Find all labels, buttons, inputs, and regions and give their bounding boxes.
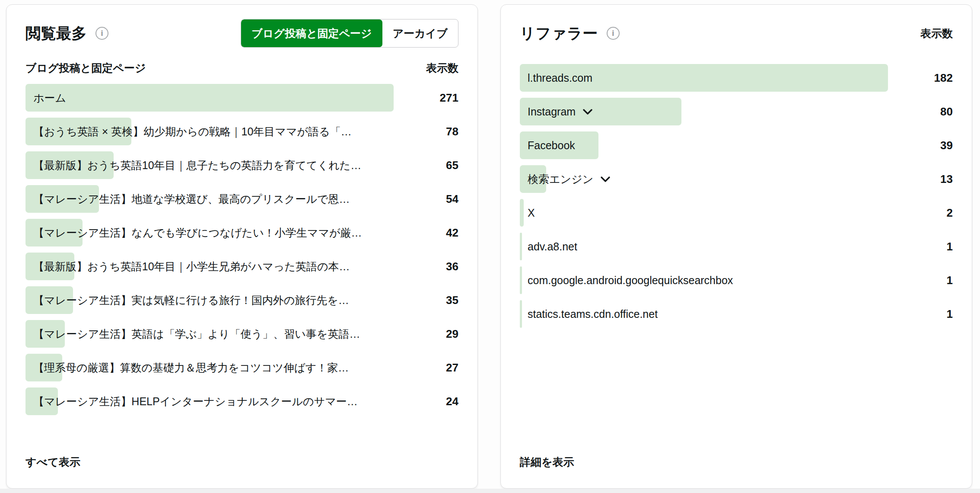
list-item-value: 39 [940, 139, 953, 152]
list-item-label: X [528, 207, 535, 219]
views-column-label: 表示数 [920, 26, 953, 41]
list-item-value: 271 [440, 91, 458, 105]
list-item-label: 【最新版】おうち英語10年目｜小学生兄弟がハマった英語の本… [33, 259, 350, 274]
list-item-label: ホーム [33, 91, 66, 105]
list-item[interactable]: 【マレーシア生活】HELPインターナショナルスクールのサマー… 24 [25, 384, 458, 418]
list-title: ブログ投稿と固定ページ [25, 61, 146, 75]
list-item-value: 1 [947, 240, 953, 253]
list-item-value: 24 [446, 395, 458, 408]
top-posts-list: ホーム 271 【おうち英語 × 英検】幼少期からの戦略｜10年目ママが語る「…… [25, 81, 458, 418]
list-item-value: 54 [446, 192, 458, 206]
list-item[interactable]: com.google.android.googlequicksearchbox … [520, 263, 953, 297]
list-item-label: l.threads.com [528, 72, 592, 84]
referrers-card: リファラー i 表示数 l.threads.com 182 Instagram … [500, 4, 972, 489]
list-item-value: 80 [940, 105, 953, 118]
views-bar [520, 233, 522, 260]
list-item-label: Instagram [528, 106, 576, 118]
list-item-value: 13 [940, 173, 953, 186]
list-item-label: 検索エンジン [528, 172, 593, 186]
info-icon[interactable]: i [607, 27, 620, 40]
list-item-value: 35 [446, 294, 458, 307]
list-item[interactable]: 【最新版】おうち英語10年目｜小学生兄弟がハマった英語の本… 36 [25, 250, 458, 283]
list-item[interactable]: adv.a8.net 1 [520, 230, 953, 263]
toggle-archive-button[interactable]: アーカイブ [382, 19, 458, 47]
list-item[interactable]: 【おうち英語 × 英検】幼少期からの戦略｜10年目ママが語る「… 78 [25, 115, 458, 148]
list-item-label: 【マレーシア生活】HELPインターナショナルスクールのサマー… [33, 394, 358, 409]
list-item-value: 2 [947, 206, 953, 220]
list-item-label: 【最新版】おうち英語10年目｜息子たちの英語力を育ててくれた… [33, 158, 361, 173]
list-item-value: 27 [446, 361, 458, 375]
list-item[interactable]: statics.teams.cdn.office.net 1 [520, 297, 953, 331]
top-posts-header: 閲覧最多 i ブログ投稿と固定ページ アーカイブ [25, 16, 458, 51]
title-group: 閲覧最多 i [25, 23, 108, 44]
list-item-value: 182 [934, 71, 953, 85]
list-item[interactable]: 【マレーシア生活】実は気軽に行ける旅行！国内外の旅行先を… 35 [25, 283, 458, 317]
list-item-value: 42 [446, 226, 458, 240]
view-details-link[interactable]: 詳細を表示 [520, 455, 574, 469]
toggle-posts-pages-button[interactable]: ブログ投稿と固定ページ [241, 19, 382, 47]
list-item[interactable]: ホーム 271 [25, 81, 458, 115]
list-item-label: 【理系母の厳選】算数の基礎力＆思考力をコツコツ伸ばす！家… [33, 361, 349, 375]
list-item-label: Facebook [528, 139, 575, 152]
list-item[interactable]: 検索エンジン 13 [520, 162, 953, 196]
list-item-value: 1 [947, 274, 953, 287]
list-subheader: ブログ投稿と固定ページ 表示数 [25, 60, 458, 76]
list-item-label: statics.teams.cdn.office.net [528, 308, 658, 320]
list-item-label: 【マレーシア生活】地道な学校選び、最高のプリスクールで恩… [33, 192, 350, 206]
list-item-label: 【マレーシア生活】なんでも学びにつなげたい！小学生ママが厳… [33, 226, 362, 240]
referrers-title: リファラー [520, 23, 598, 44]
page-bottom-strip [0, 489, 980, 493]
top-posts-title: 閲覧最多 [25, 23, 87, 44]
stats-insights-page: 閲覧最多 i ブログ投稿と固定ページ アーカイブ ブログ投稿と固定ページ 表示数… [6, 4, 972, 489]
list-item[interactable]: 【マレーシア生活】地道な学校選び、最高のプリスクールで恩… 54 [25, 182, 458, 216]
views-bar [520, 199, 524, 227]
list-item[interactable]: Instagram 80 [520, 95, 953, 128]
list-item[interactable]: 【マレーシア生活】英語は「学ぶ」より「使う」、習い事を英語… 29 [25, 317, 458, 351]
list-item-label: 【マレーシア生活】実は気軽に行ける旅行！国内外の旅行先を… [33, 293, 349, 307]
list-item-label: com.google.android.googlequicksearchbox [528, 274, 733, 287]
list-item-value: 1 [947, 307, 953, 321]
views-bar [25, 84, 394, 112]
list-item[interactable]: 【マレーシア生活】なんでも学びにつなげたい！小学生ママが厳… 42 [25, 216, 458, 250]
views-bar [520, 266, 522, 294]
list-item-value: 36 [446, 260, 458, 273]
views-column-label: 表示数 [426, 61, 458, 75]
list-item-label: 【マレーシア生活】英語は「学ぶ」より「使う」、習い事を英語… [33, 327, 360, 341]
chevron-down-icon[interactable] [582, 109, 593, 115]
content-type-toggle: ブログ投稿と固定ページ アーカイブ [241, 19, 458, 48]
list-item-value: 78 [446, 125, 458, 138]
list-item[interactable]: X 2 [520, 196, 953, 230]
list-item[interactable]: l.threads.com 182 [520, 61, 953, 95]
list-item-label: adv.a8.net [528, 240, 577, 253]
title-group: リファラー i [520, 23, 620, 44]
info-icon[interactable]: i [95, 27, 108, 40]
list-item[interactable]: 【最新版】おうち英語10年目｜息子たちの英語力を育ててくれた… 65 [25, 148, 458, 182]
referrers-list: l.threads.com 182 Instagram 80 Facebook … [520, 61, 953, 331]
referrers-header: リファラー i 表示数 [520, 16, 953, 51]
views-bar [520, 300, 522, 328]
list-item-value: 29 [446, 327, 458, 341]
view-all-link[interactable]: すべて表示 [25, 455, 80, 469]
chevron-down-icon[interactable] [600, 176, 611, 182]
top-posts-card: 閲覧最多 i ブログ投稿と固定ページ アーカイブ ブログ投稿と固定ページ 表示数… [6, 4, 478, 489]
list-item[interactable]: Facebook 39 [520, 128, 953, 162]
list-item-label: 【おうち英語 × 英検】幼少期からの戦略｜10年目ママが語る「… [33, 125, 352, 139]
list-item-value: 65 [446, 159, 458, 172]
list-item[interactable]: 【理系母の厳選】算数の基礎力＆思考力をコツコツ伸ばす！家… 27 [25, 351, 458, 384]
